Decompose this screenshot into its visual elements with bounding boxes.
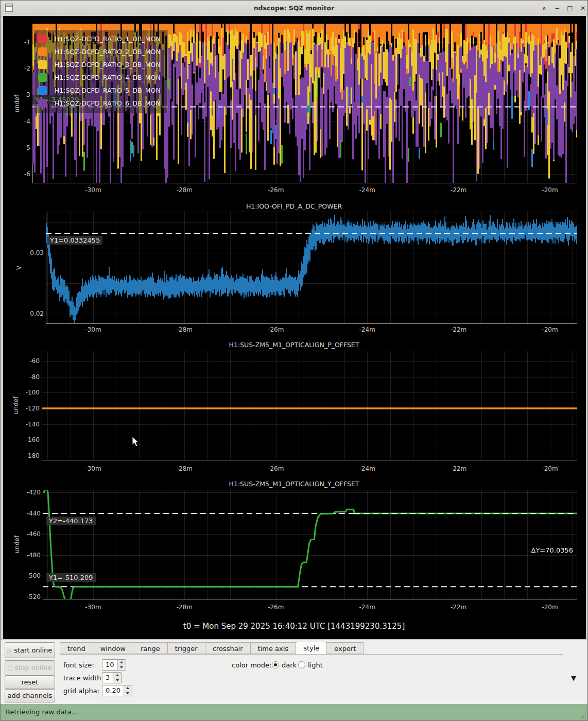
y-tick-label: -160 xyxy=(26,436,40,444)
tab-export[interactable]: export xyxy=(326,642,364,654)
plot2-canvas-pd-power[interactable] xyxy=(46,212,577,324)
y-tick-label: -2 xyxy=(24,64,30,73)
plot4-delta-y-label: ΔY=70.0356 xyxy=(531,546,574,554)
legend-swatch-icon xyxy=(38,35,47,43)
plot2-yaxis-label: V xyxy=(15,266,23,270)
x-tick-label: -30m xyxy=(85,603,101,611)
x-tick-label: -26m xyxy=(268,186,284,194)
plot2-cursor-label: Y1=0.0332455 xyxy=(47,236,102,245)
y-tick-label: -1 xyxy=(24,38,30,46)
minimize-button[interactable]: − xyxy=(552,4,562,13)
y-tick-label: -5 xyxy=(24,144,30,152)
y-tick-label: -140 xyxy=(26,420,40,428)
x-tick-label: -30m xyxy=(85,465,101,473)
x-tick-label: -24m xyxy=(359,186,375,194)
spinner-arrows-icon[interactable] xyxy=(124,685,132,696)
plot2-title: H1:IOO-OFI_PD_A_DC_POWER xyxy=(1,202,587,210)
tab-window[interactable]: window xyxy=(93,642,133,654)
y-tick-label: -3 xyxy=(24,91,30,99)
x-tick-label: -24m xyxy=(359,465,375,473)
x-tick-label: -26m xyxy=(268,325,284,334)
start-online-button[interactable]: ▷start online xyxy=(5,642,55,658)
x-tick-label: -30m xyxy=(85,186,101,194)
y-tick-label: -440 xyxy=(27,509,41,518)
x-tick-label: -20m xyxy=(542,603,558,611)
legend-channel-label: H1:SQZ-DCPD_RATIO_4_DB_MON xyxy=(55,74,161,81)
x-tick-label: -28m xyxy=(177,465,193,473)
y-tick-label: -120 xyxy=(26,404,40,413)
play-icon: ▷ xyxy=(8,647,12,654)
plot3-yaxis-label: undef xyxy=(12,397,20,414)
y-tick-label: -520 xyxy=(27,593,41,601)
trace-width-value: 3 xyxy=(102,673,113,683)
tab-time-axis[interactable]: time axis xyxy=(250,642,296,654)
grid-alpha-label: grid alpha: xyxy=(63,687,99,695)
x-tick-label: -26m xyxy=(268,465,284,473)
maximize-button[interactable]: □ xyxy=(565,4,575,13)
grid-alpha-spinner[interactable]: 0.20 xyxy=(102,685,132,696)
color-mode-light-label: light xyxy=(308,661,323,669)
spinner-arrows-icon[interactable] xyxy=(117,660,126,670)
stop-online-button[interactable]: ◻stop online xyxy=(5,660,55,676)
tab-trigger[interactable]: trigger xyxy=(167,642,205,654)
x-tick-label: -24m xyxy=(359,325,375,334)
x-tick-label: -26m xyxy=(268,603,284,611)
legend-swatch-icon xyxy=(38,86,47,95)
tab-trend[interactable]: trend xyxy=(60,642,93,654)
tab-style[interactable]: style xyxy=(296,642,326,655)
font-size-spinner[interactable]: 10 xyxy=(102,659,126,671)
reset-button[interactable]: reset xyxy=(5,676,55,689)
legend-swatch-icon xyxy=(38,60,47,69)
tab-crosshair[interactable]: crosshair xyxy=(205,642,250,654)
color-mode-light-radio[interactable] xyxy=(298,661,305,668)
mouse-cursor xyxy=(131,436,140,448)
x-tick-label: -22m xyxy=(451,325,466,334)
spinner-arrows-icon[interactable] xyxy=(113,673,121,683)
x-tick-label: -20m xyxy=(542,325,558,334)
x-tick-label: -28m xyxy=(177,325,193,334)
x-tick-label: -22m xyxy=(451,603,466,611)
x-tick-label: -30m xyxy=(85,325,101,334)
stop-icon: ◻ xyxy=(8,665,12,672)
y-tick-label: -480 xyxy=(27,551,41,559)
y-tick-label: -100 xyxy=(26,388,40,397)
legend-channel-label: H1:SQZ-DCPD_RATIO_5_DB_MON xyxy=(55,87,161,94)
color-mode-label: color mode: xyxy=(232,661,271,669)
grid-alpha-value: 0.20 xyxy=(102,685,124,696)
x-tick-label: -24m xyxy=(359,603,375,611)
title-bar: ndscope: SQZ monitor ∧ − □ ✕ xyxy=(1,1,587,16)
plot4-canvas-opticalign-y[interactable] xyxy=(43,490,577,599)
shade-button[interactable]: ∧ xyxy=(539,4,549,13)
y-tick-label: -4 xyxy=(24,117,30,126)
trace-width-label: trace width: xyxy=(63,674,103,682)
resize-grip[interactable] xyxy=(585,717,586,718)
legend-swatch-icon xyxy=(38,73,47,82)
trace-width-spinner[interactable]: 3 xyxy=(102,672,122,683)
y-tick-label: -420 xyxy=(27,488,41,496)
font-size-label: font size: xyxy=(63,661,94,669)
tab-range[interactable]: range xyxy=(133,642,167,654)
color-mode-dark-radio[interactable] xyxy=(272,661,279,668)
font-size-value: 10 xyxy=(102,660,117,670)
plot4-cursor-y2-label: Y2=-440.173 xyxy=(46,517,96,525)
y-tick-label: -180 xyxy=(26,452,40,460)
chevron-down-icon[interactable]: ▼ xyxy=(571,674,576,682)
app-window: ndscope: SQZ monitor ∧ − □ ✕ undef Y1=-3… xyxy=(0,0,588,721)
x-tick-label: -22m xyxy=(451,186,466,194)
t0-timestamp: t0 = Mon Sep 29 2025 16:40:12 UTC [14431… xyxy=(1,622,587,631)
y-tick-label: 0.03 xyxy=(30,249,44,257)
plot1-yaxis-label: undef xyxy=(13,95,21,112)
legend-swatch-icon xyxy=(38,99,47,108)
x-tick-label: -22m xyxy=(451,465,466,473)
plot3-canvas-opticalign-p[interactable] xyxy=(42,351,577,460)
legend-swatch-icon xyxy=(38,47,47,56)
add-channels-button[interactable]: add channels xyxy=(5,689,55,702)
legend-channel-label: H1:SQZ-DCPD_RATIO_2_DB_MON xyxy=(55,48,161,56)
legend-channel-label: H1:SQZ-DCPD_RATIO_3_DB_MON xyxy=(55,61,161,68)
y-tick-label: -60 xyxy=(29,357,40,365)
close-button[interactable]: ✕ xyxy=(578,4,588,13)
y-tick-label: -6 xyxy=(24,170,30,178)
x-tick-label: -28m xyxy=(177,186,193,194)
plot3-title: H1:SUS-ZM5_M1_OPTICALIGN_P_OFFSET xyxy=(1,341,587,349)
settings-tabbar: trendwindowrangetriggercrosshairtime axi… xyxy=(60,642,364,655)
